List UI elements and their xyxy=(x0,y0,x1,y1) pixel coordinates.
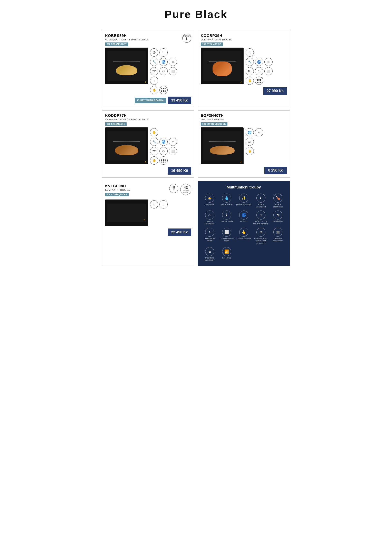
products-grid: KOBBS39H VESTAVNÁ TROUBA S PARNÍ FUNKCÍ … xyxy=(98,31,294,270)
konektivita-icon: 📶 xyxy=(222,247,231,256)
price-kvlbe08h: 22 490 Kč xyxy=(168,228,191,236)
info-card-title: Multifunkční trouby xyxy=(202,185,286,190)
steamcrisp-label: Funkce SteamCrisp xyxy=(270,203,286,208)
sous-vide-icon: 🍲 xyxy=(205,194,214,203)
multi-level-icon: ⊞ xyxy=(256,211,265,219)
katalyticke-icon: ▦ xyxy=(273,228,282,237)
icon-hand-4: 🖐 xyxy=(246,147,254,155)
badge-kvlbe08h: 800 COMBIQUICK® xyxy=(105,193,129,196)
feature-teplotni: 🌡 Teplotní sonda xyxy=(219,211,235,225)
icon-probe: 🔧 xyxy=(150,58,158,66)
teplotni-label: Teplotní sonda xyxy=(221,220,233,223)
feature-multi-level: ⊞ Pečení na více úrovních najednou xyxy=(253,211,269,225)
icon-iron-3: 🗂 xyxy=(160,147,168,155)
oven-image-kvlbe08h: ⚡ xyxy=(105,199,148,226)
feature-katalyticke: ▦ Katalytické samočištění xyxy=(270,228,286,245)
feature-steambake: ♨ Funkce SteamBake xyxy=(202,211,218,225)
steamify-icon: ✨ xyxy=(239,194,248,203)
feature-nerezova: ⚙ Nerezová ocel s úpravou proti otisku p… xyxy=(253,228,269,245)
multi-level-label: Pečení na více úrovních najednou xyxy=(253,220,269,225)
price-kobbs39h: 33 490 Kč xyxy=(168,97,191,104)
icon-layers: ≡2 xyxy=(169,58,177,66)
icon-grill: ⊚ xyxy=(150,48,158,57)
feature-ventilator: 🌀 Ventilátor xyxy=(236,211,252,225)
steambake-label: Funkce SteamBake xyxy=(202,220,218,225)
icon-probe-3: 🔧 xyxy=(150,138,158,146)
cooking-btn-kobbs39h[interactable]: KURZY VAŘENÍ ZDARMA xyxy=(135,98,166,103)
feature-senzor: 💧 Senzor vlhkosti xyxy=(219,194,235,208)
badge-kocbp39h: 700 STEAMCRISP xyxy=(201,43,223,46)
icon-hand: 🖐 xyxy=(150,86,158,94)
oven-image-kobbs39h: ⚡ xyxy=(105,48,148,84)
icon-fan-3: 🌀 xyxy=(160,138,168,146)
pyrolyticke-icon: ⊞ xyxy=(205,247,214,256)
icons-kvlbe08h: 〰 ≈ xyxy=(150,200,168,208)
feature-tlumene: ⬜ Tlumené dovírání dvířek xyxy=(219,228,235,245)
badge-koddp77h: 600 STEAMBAKE xyxy=(105,122,127,126)
icon-temp-2: 72° xyxy=(246,67,254,75)
size-value: 45 xyxy=(172,185,175,188)
katalyticke-label: Katalytické samočištění xyxy=(270,237,286,242)
icon-layers-2: ≡13 xyxy=(264,58,273,66)
product-card-kobbs39h: KOBBS39H VESTAVNÁ TROUBA S PARNÍ FUNKCÍ … xyxy=(102,31,194,107)
feature-steamcrisp: 🍗 Funkce SteamCrisp xyxy=(270,194,286,208)
badge-kobbs39h: 800 STEAMBOOST xyxy=(105,43,128,46)
steamboost-icon: 🌡 xyxy=(256,194,265,203)
icon-hand-3: 🖐 xyxy=(150,156,158,165)
steambake-icon: ♨ xyxy=(205,211,214,219)
icon-grid xyxy=(160,86,168,94)
price-kocbp39h: 27 990 Kč xyxy=(263,87,287,95)
ventilator-label: Ventilátor xyxy=(240,220,248,223)
icon-temp-4: 72° xyxy=(246,138,254,146)
model-kobbs39h: KOBBS39H xyxy=(105,34,148,38)
subtitle-koddp77h: VESTAVNÁ TROUBA S PARNÍ FUNKCÍ xyxy=(105,118,191,121)
icon-slide: ↕ xyxy=(150,77,158,85)
icons-koddp77h: ✋ 🔧 🌀 ≡2 72° 🗂 ⬜ 🖐 xyxy=(150,128,177,165)
footer-eof3h40th: 8 290 Kč xyxy=(201,167,287,174)
icon-wave-1: 〰 xyxy=(150,200,158,208)
nerezova-icon: ⚙ xyxy=(256,228,265,237)
senzor-icon: 💧 xyxy=(222,194,231,203)
oven-image-koddp77h: ⚡ xyxy=(105,127,148,164)
icon-grid-3 xyxy=(160,156,168,165)
chladne-label: Chladné na dotek xyxy=(237,237,251,240)
subtitle-eof3h40th: VESTAVNÁ TROUBA xyxy=(201,118,287,121)
icon-iron: 🗂 xyxy=(160,67,168,75)
senzor-label: Senzor vlhkosti xyxy=(220,203,233,206)
icon-probe-2: 🔧 xyxy=(246,58,254,66)
icon-fork-2: 🍴 xyxy=(246,48,254,57)
icons-eof3h40th: 🌀 ≡1 72° 🖐 xyxy=(246,128,263,155)
icon-square-3: ⬜ xyxy=(169,147,177,155)
oven-image-eof3h40th: ⚡ xyxy=(201,127,244,164)
subtitle-kobbs39h: VESTAVNÁ TROUBA S PARNÍ FUNKCÍ xyxy=(105,38,148,41)
teplotni-icon: 🌡 xyxy=(222,211,231,219)
steamify-label: Funkce Steamify® xyxy=(236,203,251,206)
tlumene-icon: ⬜ xyxy=(222,228,231,237)
features-grid: 🍲 Sous-Vide 💧 Senzor vlhkosti ✨ Funkce S… xyxy=(202,194,286,262)
steamboost-label: Funkce SteamBoost xyxy=(253,203,269,208)
icon-temp-3: 72° xyxy=(150,147,158,155)
badge-eof3h40th: 600 SURROUNDCOOK xyxy=(201,122,227,126)
konektivita-label: Konektivita xyxy=(222,257,231,259)
feature-sous-vide: 🍲 Sous-Vide xyxy=(202,194,218,208)
size-badge-kvlbe08h: 45 CM ↕ xyxy=(169,184,178,193)
vol-value: 43 xyxy=(184,186,188,190)
ventilator-icon: 🌀 xyxy=(239,211,248,219)
feature-pyrolyticke: ⊞ Pyrolytické samočištění xyxy=(202,247,218,262)
price-koddp77h: 16 490 Kč xyxy=(168,167,191,175)
feature-teleskop: ↕ Teleskopické výsuvy xyxy=(202,228,218,245)
feature-konektivita: 📶 Konektivita xyxy=(219,247,235,262)
model-eof3h40th: EOF3H40TH xyxy=(201,114,287,118)
icon-layers-3: ≡2 xyxy=(169,138,177,146)
subtitle-kocbp39h: VESTAVNÁ PARNÍ TROUBA xyxy=(201,38,232,41)
teleskop-icon: ↕ xyxy=(205,228,214,237)
footer-koddp77h: 16 490 Kč xyxy=(105,167,191,175)
icons-kobbs39h: ⊚ 🍴 🔧 🌀 ≡2 70° 🗂 ⬜ ↕ 🖐 xyxy=(150,48,177,94)
icon-fan-4: 🌀 xyxy=(246,128,254,136)
sous-vide-label: Sous-Vide xyxy=(205,203,214,206)
model-kocbp39h: KOCBP39H xyxy=(201,34,232,38)
feature-chladne: 👆 Chladné na dotek xyxy=(236,228,252,245)
icon-hand-2: 🖐 xyxy=(246,77,254,85)
footer-kobbs39h: KURZY VAŘENÍ ZDARMA 33 490 Kč xyxy=(105,97,191,104)
icon-fork: 🍴 xyxy=(160,48,168,57)
